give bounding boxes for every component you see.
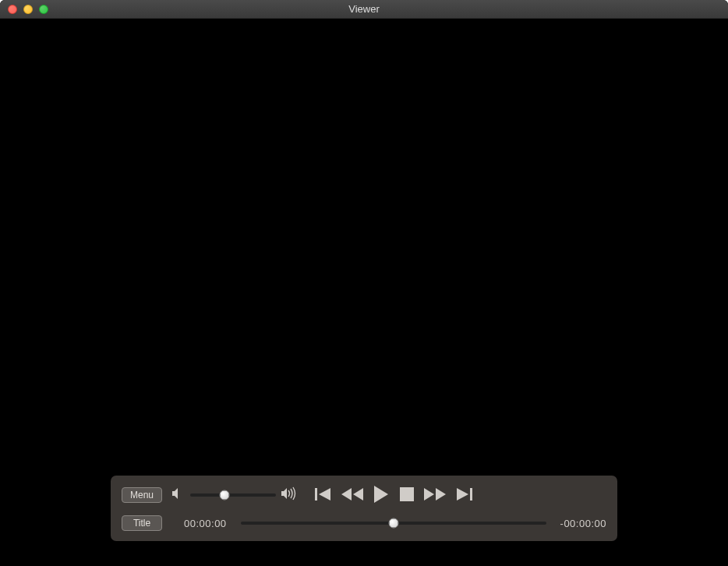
rewind-icon — [340, 486, 365, 505]
stop-icon — [398, 485, 416, 506]
volume-section — [171, 486, 299, 504]
time-elapsed: 00:00:00 — [184, 518, 227, 529]
volume-low-icon — [171, 487, 186, 503]
titlebar[interactable]: Viewer — [0, 0, 728, 19]
time-remaining: -00:00:00 — [560, 518, 606, 529]
stop-button[interactable] — [396, 483, 418, 508]
video-area[interactable]: Menu — [0, 19, 728, 566]
rewind-button[interactable] — [338, 484, 366, 507]
progress-slider-thumb[interactable] — [388, 518, 398, 529]
traffic-lights — [0, 5, 48, 14]
close-window-button[interactable] — [8, 5, 17, 14]
fast-forward-button[interactable] — [421, 484, 449, 507]
title-button[interactable]: Title — [122, 515, 162, 531]
menu-button[interactable]: Menu — [122, 487, 162, 503]
svg-rect-2 — [470, 488, 472, 501]
fast-forward-icon — [422, 486, 447, 505]
maximize-window-button[interactable] — [39, 5, 48, 14]
skip-previous-icon — [313, 486, 334, 505]
svg-rect-0 — [315, 488, 317, 501]
minimize-window-button[interactable] — [23, 5, 33, 14]
volume-slider-thumb[interactable] — [220, 490, 230, 501]
volume-slider[interactable] — [190, 493, 276, 497]
volume-high-icon — [281, 486, 299, 504]
playback-controller: Menu — [111, 476, 617, 541]
play-icon — [371, 484, 391, 507]
progress-slider[interactable] — [241, 522, 546, 525]
next-button[interactable] — [452, 484, 475, 507]
viewer-window: Viewer Menu — [0, 0, 728, 566]
window-title: Viewer — [0, 3, 728, 15]
previous-button[interactable] — [312, 484, 335, 507]
play-button[interactable] — [369, 483, 393, 508]
skip-next-icon — [454, 486, 474, 505]
controller-top-row: Menu — [122, 483, 606, 507]
svg-rect-1 — [400, 487, 414, 501]
playback-controls — [312, 483, 475, 508]
controller-bottom-row: Title 00:00:00 -00:00:00 — [122, 515, 606, 532]
